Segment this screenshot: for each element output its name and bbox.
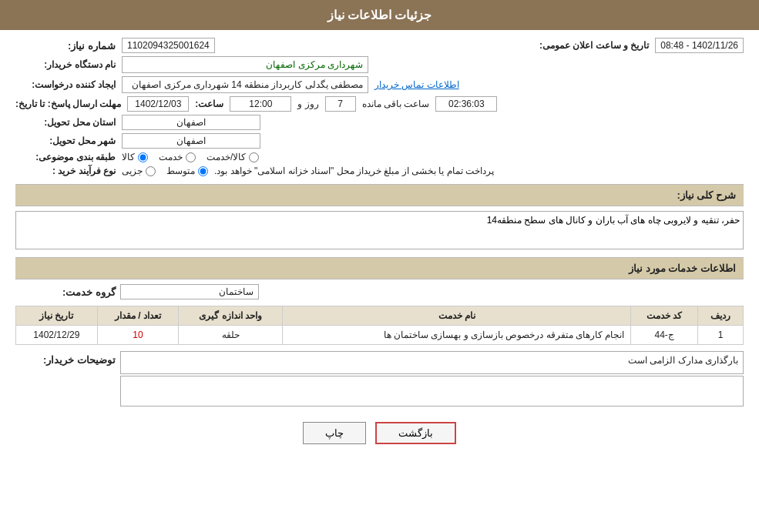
cell-service-code: ج-44: [631, 326, 698, 345]
cell-unit: حلقه: [179, 326, 283, 345]
col-service-name: نام خدمت: [283, 306, 631, 326]
province-value: اصفهان: [122, 115, 260, 130]
need-desc-textarea[interactable]: حفر، تنقیه و لایروبی چاه های آب باران و …: [15, 211, 744, 249]
top-info-row: شماره نیاز: 1102094325001624 تاریخ و ساع…: [15, 38, 744, 53]
requester-value: مصطفی یگدلی کاربرداز منطقه 14 شهرداری مر…: [122, 76, 368, 93]
process-jozi-label: جزیی: [122, 166, 143, 176]
deadline-days-label: روز و: [297, 99, 318, 109]
page-header: جزئیات اطلاعات نیاز: [0, 0, 759, 30]
category-khedmat-label: خدمت: [159, 152, 183, 162]
category-radio-group: کالا خدمت کالا/خدمت: [122, 152, 259, 162]
group-label: گروه خدمت:: [15, 286, 116, 298]
city-row: شهر محل تحویل: اصفهان: [15, 133, 744, 149]
province-row: استان محل تحویل: اصفهان: [15, 115, 744, 130]
deadline-row: مهلت ارسال پاسخ: تا تاریخ: 1402/12/03 سا…: [15, 96, 744, 112]
deadline-remain: 02:36:03: [435, 96, 497, 112]
process-motavasset: متوسط: [166, 166, 208, 176]
deadline-time-label: ساعت:: [195, 99, 223, 109]
announce-label: تاریخ و ساعت اعلان عمومی:: [539, 40, 649, 51]
need-desc-section-title: شرح کلی نیاز:: [15, 184, 744, 206]
process-note: پرداخت تمام یا بخشی از مبلغ خریداز محل "…: [214, 166, 494, 176]
need-number-row: شماره نیاز: 1102094325001624: [15, 38, 215, 53]
cell-row-num: 1: [698, 326, 744, 345]
services-section-title: اطلاعات خدمات مورد نیاز: [15, 257, 744, 279]
category-kala-khedmat-radio[interactable]: [249, 152, 259, 162]
category-row: طبقه بندی موضوعی: کالا خدمت کالا/خدمت: [15, 152, 744, 162]
city-value: اصفهان: [122, 133, 260, 149]
deadline-time: 12:00: [230, 96, 291, 112]
province-label: استان محل تحویل:: [15, 117, 116, 128]
buyer-notes-content: بارگذاری مدارک الزامی است: [120, 351, 744, 407]
buyer-notes-textarea[interactable]: [120, 376, 744, 407]
col-date: تاریخ نیاز: [16, 306, 98, 326]
col-row-num: ردیف: [698, 306, 744, 326]
table-row: 1 ج-44 انجام کارهای متفرقه درخصوص بازساز…: [16, 326, 744, 345]
need-number-value: 1102094325001624: [122, 38, 215, 53]
city-label: شهر محل تحویل:: [15, 136, 116, 146]
category-kala-khedmat: کالا/خدمت: [207, 152, 259, 162]
deadline-label: مهلت ارسال پاسخ: تا تاریخ:: [15, 99, 121, 109]
cell-date: 1402/12/29: [16, 326, 98, 345]
category-kala-label: کالا: [122, 152, 135, 162]
deadline-remain-label: ساعت باقی مانده: [362, 99, 430, 109]
org-name-value: شهرداری مرکزی اصفهان: [122, 56, 368, 73]
deadline-date: 1402/12/03: [127, 96, 189, 112]
process-row: نوع فرآیند خرید : جزیی متوسط پرداخت تمام…: [15, 166, 744, 176]
process-jozi: جزیی: [122, 166, 156, 176]
category-khedmat: خدمت: [159, 152, 196, 162]
page-title: جزئیات اطلاعات نیاز: [327, 8, 432, 22]
deadline-days: 7: [325, 96, 356, 112]
process-label: نوع فرآیند خرید :: [15, 166, 116, 176]
col-quantity: تعداد / مقدار: [97, 306, 179, 326]
col-unit: واحد اندازه گیری: [179, 306, 283, 326]
process-radio-group: جزیی متوسط: [122, 166, 208, 176]
page-wrapper: جزئیات اطلاعات نیاز شماره نیاز: 11020943…: [0, 0, 759, 532]
requester-row: ایجاد کننده درخواست: مصطفی یگدلی کاربردا…: [15, 76, 744, 93]
footer-buttons: بازگشت چاپ: [15, 411, 744, 457]
category-kala: کالا: [122, 152, 148, 162]
back-button[interactable]: بازگشت: [375, 422, 456, 444]
requester-label: ایجاد کننده درخواست:: [15, 79, 116, 90]
announce-value: 1402/11/26 - 08:48: [655, 38, 744, 53]
category-khedmat-radio[interactable]: [186, 152, 196, 162]
print-button[interactable]: چاپ: [303, 422, 366, 444]
contact-link[interactable]: اطلاعات تماس خریدار: [374, 79, 459, 90]
org-name-row: نام دستگاه خریدار: شهرداری مرکزی اصفهان: [15, 56, 744, 73]
need-number-label: شماره نیاز:: [15, 40, 116, 52]
cell-quantity: 10: [97, 326, 179, 345]
buyer-notes-row: توضیحات خریدار: بارگذاری مدارک الزامی اس…: [15, 351, 744, 407]
cell-service-name: انجام کارهای متفرقه درخصوص بازسازی و بهس…: [283, 326, 631, 345]
process-jozi-radio[interactable]: [146, 166, 156, 176]
category-label: طبقه بندی موضوعی:: [15, 152, 116, 162]
buyer-notes-first-line: بارگذاری مدارک الزامی است: [120, 351, 744, 374]
group-row: گروه خدمت: ساختمان: [15, 284, 744, 299]
services-table: ردیف کد خدمت نام خدمت واحد اندازه گیری ت…: [15, 306, 744, 345]
announce-row: تاریخ و ساعت اعلان عمومی: 1402/11/26 - 0…: [539, 38, 744, 53]
buyer-notes-label: توضیحات خریدار:: [15, 351, 116, 366]
main-content: شماره نیاز: 1102094325001624 تاریخ و ساع…: [0, 30, 759, 464]
col-service-code: کد خدمت: [631, 306, 698, 326]
need-desc-row: حفر، تنقیه و لایروبی چاه های آب باران و …: [15, 211, 744, 249]
category-kala-khedmat-label: کالا/خدمت: [207, 152, 246, 162]
process-motavasset-label: متوسط: [166, 166, 195, 176]
org-name-label: نام دستگاه خریدار:: [15, 59, 116, 70]
process-motavasset-radio[interactable]: [198, 166, 208, 176]
group-value: ساختمان: [120, 284, 259, 299]
category-kala-radio[interactable]: [138, 152, 148, 162]
